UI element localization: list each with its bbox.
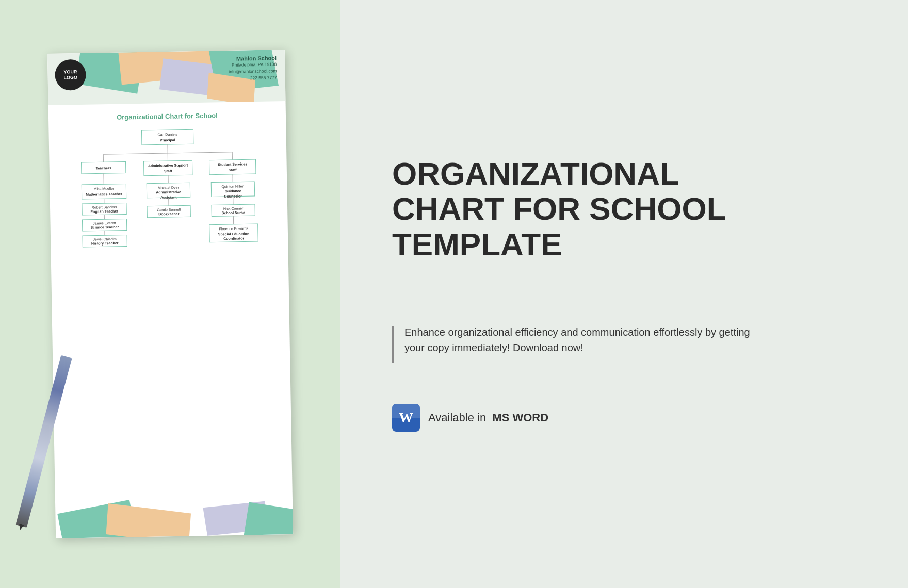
divider-line <box>392 293 856 293</box>
title-line2: CHART FOR SCHOOL <box>392 191 856 226</box>
description-text: Enhance organizational efficiency and co… <box>404 324 766 355</box>
svg-rect-19 <box>82 184 126 199</box>
logo-text-line1: YOUR <box>63 69 77 75</box>
available-product: MS WORD <box>492 411 548 424</box>
document: YOUR LOGO Mahlon School Philadelphia, PA… <box>47 50 293 538</box>
word-icon: W <box>392 404 420 432</box>
svg-text:Science Teacher: Science Teacher <box>90 225 119 230</box>
footer-teal2 <box>244 502 293 538</box>
svg-text:James Everett: James Everett <box>93 221 116 225</box>
description-block: Enhance organizational efficiency and co… <box>392 324 856 363</box>
svg-text:Mica Mueller: Mica Mueller <box>94 187 115 191</box>
svg-text:Guidance: Guidance <box>225 189 241 193</box>
logo-text-line2: LOGO <box>63 75 77 80</box>
svg-text:Teachers: Teachers <box>96 166 111 170</box>
svg-text:Coordinator: Coordinator <box>223 236 244 240</box>
svg-text:School Nurse: School Nurse <box>222 210 245 215</box>
doc-header: YOUR LOGO Mahlon School Philadelphia, PA… <box>47 50 286 105</box>
doc-header-info: Mahlon School Philadelphia, PA 19108 inf… <box>229 55 277 81</box>
svg-rect-13 <box>209 159 255 175</box>
svg-text:Administrative: Administrative <box>156 190 181 194</box>
svg-text:Student Services: Student Services <box>218 162 247 166</box>
svg-text:Carole Bonnell: Carole Bonnell <box>157 208 181 212</box>
svg-text:Mathematics Teacher: Mathematics Teacher <box>86 192 122 197</box>
org-chart-svg: .box { fill: white; stroke: #7bc8b0; str… <box>59 125 281 449</box>
doc-title: Organizational Chart for School <box>59 110 275 122</box>
available-text: Available in MS WORD <box>428 411 548 424</box>
left-panel: YOUR LOGO Mahlon School Philadelphia, PA… <box>0 0 340 588</box>
logo-circle: YOUR LOGO <box>55 59 86 91</box>
word-letter: W <box>399 410 413 426</box>
geo-lavender <box>159 58 215 95</box>
title-line1: ORGANIZATIONAL <box>392 156 856 191</box>
school-phone: 222 555 7777 <box>229 74 277 81</box>
ms-word-badge: W Available in MS WORD <box>392 404 856 432</box>
available-label: Available in <box>428 411 486 424</box>
title-line3: TEMPLATE <box>392 227 856 262</box>
footer-peach <box>106 503 191 538</box>
doc-footer <box>55 493 293 538</box>
svg-text:Robert Sanders: Robert Sanders <box>91 205 117 209</box>
svg-text:Florence Edwards: Florence Edwards <box>219 226 249 231</box>
school-email: info@mahlonschool.com <box>229 68 277 75</box>
svg-text:Carl Daniels: Carl Daniels <box>157 133 177 137</box>
svg-rect-0 <box>141 129 193 145</box>
svg-text:Nick Conner: Nick Conner <box>223 206 244 210</box>
svg-text:Staff: Staff <box>164 169 172 173</box>
main-title: ORGANIZATIONAL CHART FOR SCHOOL TEMPLATE <box>392 156 856 262</box>
doc-content: Organizational Chart for School .box { f… <box>48 101 292 456</box>
right-panel: ORGANIZATIONAL CHART FOR SCHOOL TEMPLATE… <box>340 0 908 588</box>
svg-text:Staff: Staff <box>229 168 237 172</box>
svg-text:Jewel Chisolm: Jewel Chisolm <box>93 237 117 241</box>
vertical-bar <box>392 326 394 363</box>
